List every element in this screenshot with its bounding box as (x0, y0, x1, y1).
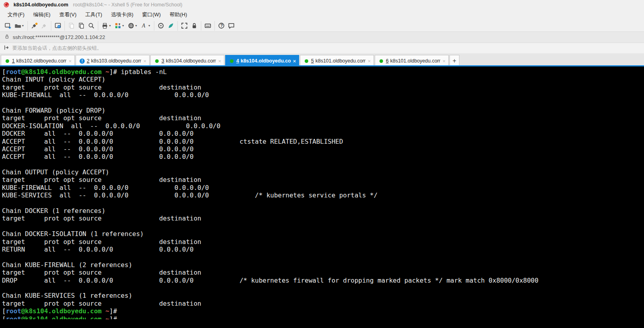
session-hint-bar: 要添加当前会话，点击左侧的箭头按钮。 (0, 43, 644, 53)
xshell-logo-icon[interactable] (156, 21, 166, 31)
session-properties-icon[interactable] (53, 21, 63, 31)
tab-label: k8s101.oldboyedu.com (315, 58, 366, 64)
title-bar: k8s104.oldboyedu.com root@k8s104:~ - Xsh… (0, 0, 644, 10)
virtual-keyboard-icon[interactable] (203, 21, 213, 31)
find-icon[interactable] (86, 21, 96, 31)
chevron-down-icon[interactable]: ▼ (109, 24, 111, 27)
open-folder-icon[interactable]: ▼ (13, 21, 26, 31)
toolbar-group (27, 21, 51, 31)
menu-bar: 文件(F)编辑(E)查看(V)工具(T)选项卡(B)窗口(W)帮助(H) (0, 10, 644, 20)
xftp-transfer-icon[interactable] (166, 21, 176, 31)
tab-close-icon[interactable]: × (293, 59, 296, 64)
new-tab-button[interactable]: + (449, 55, 459, 66)
tab-alert-icon: ! (80, 59, 85, 64)
terminal-line: ACCEPT all -- 0.0.0.0/0 0.0.0.0/0 (2, 153, 644, 160)
feedback-icon[interactable] (226, 21, 236, 31)
terminal-line: Chain INPUT (policy ACCEPT) (2, 76, 644, 83)
address-bar[interactable]: ssh://root:************@172.200.1.104:22 (0, 31, 644, 43)
terminal-line: KUBE-SERVICES all -- 0.0.0.0/0 0.0.0.0/0… (2, 191, 644, 199)
svg-text:?: ? (220, 23, 223, 28)
tab-number: 5 (311, 58, 314, 64)
terminal-line: Chain KUBE-SERVICES (1 references) (2, 292, 644, 299)
terminal-line: DROP all -- 0.0.0.0/0 0.0.0.0/0 /* kuber… (2, 277, 644, 284)
terminal-line (2, 99, 644, 107)
connect-icon[interactable] (29, 21, 39, 31)
tab-close-icon[interactable]: × (68, 59, 72, 64)
chevron-down-icon[interactable]: ▼ (135, 24, 138, 27)
terminal-line: KUBE-FIREWALL all -- 0.0.0.0/0 0.0.0.0/0 (2, 91, 644, 99)
terminal-line: target prot opt source destination (2, 114, 644, 122)
toolbar-group (177, 21, 201, 31)
terminal-line: DOCKER all -- 0.0.0.0/0 0.0.0.0/0 (2, 130, 644, 137)
tab-3-k8s104.oldboyedu.com[interactable]: 3k8s104.oldboyedu.com× (150, 55, 224, 66)
terminal-screen[interactable]: [root@k8s104.oldboyedu.com ~]# iptables … (0, 66, 644, 328)
menu-item-6[interactable]: 帮助(H) (165, 10, 191, 20)
chevron-down-icon[interactable]: ▼ (21, 24, 24, 27)
tab-connected-icon (305, 59, 308, 63)
tab-number: 3 (161, 58, 164, 64)
chevron-down-icon[interactable]: ▼ (122, 24, 125, 27)
tab-connected-icon (155, 59, 159, 63)
xshell-rose-icon (3, 2, 10, 8)
menu-item-3[interactable]: 工具(T) (81, 10, 107, 20)
terminal-line (2, 223, 644, 230)
font-icon[interactable]: A▼ (139, 21, 152, 31)
terminal-line: target prot opt source destination (2, 269, 644, 276)
terminal-line: Chain DOCKER-ISOLATION (1 references) (2, 230, 644, 238)
copy-icon (66, 21, 76, 31)
session-hint-text: 要添加当前会话，点击左侧的箭头按钮。 (12, 45, 102, 52)
tab-5-k8s101.oldboyedu.com[interactable]: 5k8s101.oldboyedu.com× (300, 55, 374, 66)
xshell-window: k8s104.oldboyedu.com root@k8s104:~ - Xsh… (0, 0, 644, 328)
toolbar-group: ▼▼▼A▼ (98, 21, 154, 31)
tab-strip: 1k8s102.oldboyedu.com×!2k8s103.oldboyedu… (0, 53, 644, 66)
web-browser-icon[interactable]: ▼ (126, 21, 139, 31)
tab-6-k8s101.oldboyedu.com[interactable]: 6k8s101.oldboyedu.com× (375, 55, 449, 66)
terminal-line: Chain FORWARD (policy DROP) (2, 107, 644, 114)
window-layout-icon[interactable]: ▼ (113, 21, 126, 31)
chevron-down-icon[interactable]: ▼ (148, 24, 151, 27)
terminal-line: Chain DOCKER (1 references) (2, 207, 644, 215)
terminal-line: [root@k8s104.oldboyedu.com ~]# iptables … (2, 68, 644, 76)
menu-item-1[interactable]: 编辑(E) (29, 10, 55, 20)
tab-close-icon[interactable]: × (368, 59, 371, 64)
terminal-line: target prot opt source destination (2, 300, 644, 307)
terminal-line (2, 161, 644, 168)
tab-label: k8s101.oldboyedu.com (390, 58, 440, 64)
tab-2-k8s103.oldboyedu.com[interactable]: !2k8s103.oldboyedu.com× (76, 55, 150, 66)
terminal-line (2, 199, 644, 207)
toolbar-group (201, 21, 214, 31)
fullscreen-icon[interactable] (179, 21, 189, 31)
menu-item-4[interactable]: 选项卡(B) (107, 10, 138, 20)
menu-item-0[interactable]: 文件(F) (3, 10, 29, 20)
print-icon[interactable]: ▼ (100, 21, 113, 31)
terminal-line (2, 284, 644, 292)
tab-connected-icon (230, 59, 233, 63)
menu-item-2[interactable]: 查看(V) (55, 10, 81, 20)
paste-icon[interactable] (76, 21, 86, 31)
tab-close-icon[interactable]: × (442, 59, 446, 64)
new-session-icon[interactable] (3, 21, 13, 31)
terminal-line: ACCEPT all -- 0.0.0.0/0 0.0.0.0/0 ctstat… (2, 138, 644, 145)
toolbar-group (64, 21, 98, 31)
tab-4-k8s104.oldboyedu.com[interactable]: 4k8s104.oldboyedu.com× (225, 55, 299, 66)
terminal-line: Chain KUBE-FIREWALL (2 references) (2, 261, 644, 269)
tab-number: 1 (12, 58, 15, 64)
tab-number: 2 (87, 58, 89, 64)
tab-close-icon[interactable]: × (218, 59, 221, 64)
tab-close-icon[interactable]: × (143, 59, 146, 64)
terminal-line: [root@k8s104.oldboyedu.com ~]# (2, 315, 644, 319)
terminal-line: RETURN all -- 0.0.0.0/0 0.0.0.0/0 (2, 246, 644, 253)
terminal-line (2, 253, 644, 261)
help-icon[interactable]: ? (216, 21, 226, 31)
tab-label: k8s103.oldboyedu.com (91, 58, 141, 64)
tab-connected-icon (6, 59, 9, 63)
add-session-arrow-icon[interactable] (4, 45, 10, 52)
lock-screen-icon[interactable] (189, 21, 199, 31)
terminal-line: DOCKER-ISOLATION all -- 0.0.0.0/0 0.0.0.… (2, 122, 644, 130)
session-title: k8s104.oldboyedu.com (14, 2, 68, 8)
tab-connected-icon (379, 59, 383, 63)
ssh-url: ssh://root:************@172.200.1.104:22 (13, 34, 105, 40)
terminal-line: [root@k8s104.oldboyedu.com ~]# (2, 307, 644, 315)
tab-1-k8s102.oldboyedu.com[interactable]: 1k8s102.oldboyedu.com× (1, 55, 75, 66)
menu-item-5[interactable]: 窗口(W) (138, 10, 165, 20)
